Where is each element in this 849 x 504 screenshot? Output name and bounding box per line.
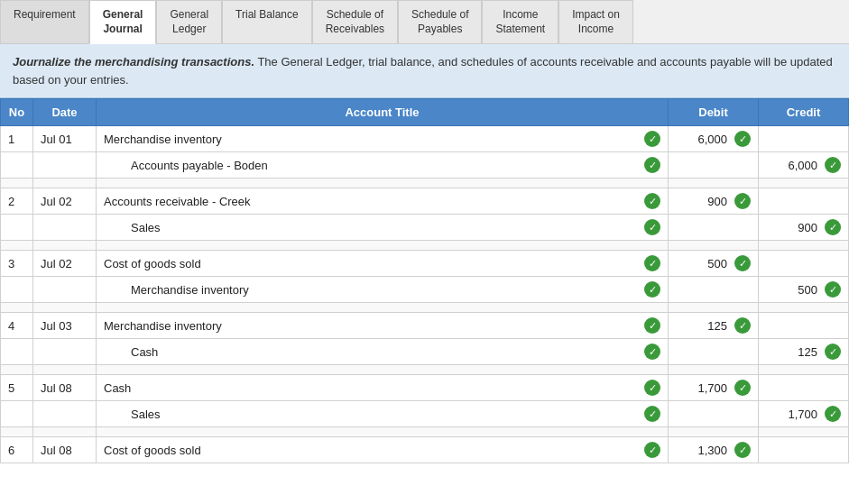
cell-debit <box>669 215 759 241</box>
credit-value: 6,000 <box>788 159 817 172</box>
cell-no <box>1 277 33 303</box>
cell-no: 2 <box>1 188 33 215</box>
check-icon[interactable]: ✓ <box>734 380 751 396</box>
check-icon[interactable]: ✓ <box>644 193 660 209</box>
account-title-text: Merchandise inventory <box>104 133 222 146</box>
cell-debit: 1,300✓ <box>669 437 759 463</box>
cell-account-title: Accounts payable - Boden✓ <box>97 152 669 179</box>
cell-debit <box>669 339 759 365</box>
cell-no: 6 <box>1 437 33 463</box>
tab-income-statement[interactable]: Income Statement <box>482 0 558 43</box>
cell-account-title: Accounts receivable - Creek✓ <box>97 188 669 215</box>
header-date: Date <box>33 99 97 126</box>
cell-date: Jul 02 <box>33 251 97 277</box>
check-icon[interactable]: ✓ <box>644 317 660 334</box>
account-title-text: Sales <box>104 221 161 234</box>
tab-general-journal[interactable]: General Journal <box>89 0 157 44</box>
tab-schedule-payables[interactable]: Schedule of Payables <box>398 0 482 43</box>
account-title-text: Cost of goods sold <box>104 444 201 457</box>
cell-date <box>33 152 97 179</box>
account-title-text: Merchandise inventory <box>104 283 249 297</box>
tab-requirement[interactable]: Requirement <box>0 0 89 43</box>
cell-no: 5 <box>1 375 33 401</box>
cell-date: Jul 08 <box>33 437 97 463</box>
table-row: 2Jul 02Accounts receivable - Creek✓900✓ <box>1 188 849 215</box>
tab-schedule-receivables[interactable]: Schedule of Receivables <box>312 0 398 43</box>
debit-value: 6,000 <box>697 133 727 146</box>
cell-date <box>33 339 97 365</box>
cell-credit: 125✓ <box>759 339 849 365</box>
header-account-title: Account Title <box>97 99 669 126</box>
tab-trial-balance[interactable]: Trial Balance <box>222 0 312 43</box>
check-icon[interactable]: ✓ <box>734 193 751 209</box>
check-icon[interactable]: ✓ <box>644 255 660 271</box>
check-icon[interactable]: ✓ <box>734 255 751 271</box>
cell-debit: 900✓ <box>669 188 759 215</box>
check-icon[interactable]: ✓ <box>644 442 660 458</box>
account-title-text: Cash <box>104 381 131 395</box>
cell-no <box>1 339 33 365</box>
check-icon[interactable]: ✓ <box>644 157 660 173</box>
debit-value: 125 <box>707 319 727 333</box>
cell-account-title: Sales✓ <box>97 215 669 241</box>
cell-no: 3 <box>1 251 33 277</box>
check-icon[interactable]: ✓ <box>644 406 660 422</box>
cell-account-title: Cost of goods sold✓ <box>97 251 669 277</box>
cell-date <box>33 215 97 241</box>
cell-account-title: Merchandise inventory✓ <box>97 126 669 152</box>
check-icon[interactable]: ✓ <box>644 131 660 147</box>
cell-account-title: Merchandise inventory✓ <box>97 313 669 339</box>
check-icon[interactable]: ✓ <box>644 380 660 396</box>
cell-debit <box>669 277 759 303</box>
tab-impact-income[interactable]: Impact on Income <box>558 0 633 43</box>
account-title-text: Merchandise inventory <box>104 319 222 333</box>
cell-account-title: Cost of goods sold✓ <box>97 437 669 463</box>
check-icon[interactable]: ✓ <box>825 157 841 173</box>
cell-date: Jul 01 <box>33 126 97 152</box>
cell-credit <box>759 375 849 401</box>
cell-debit: 500✓ <box>669 251 759 277</box>
table-row: Sales✓900✓ <box>1 215 849 241</box>
cell-no: 4 <box>1 313 33 339</box>
cell-date: Jul 02 <box>33 188 97 215</box>
credit-value: 500 <box>798 283 817 297</box>
account-title-text: Cash <box>104 345 158 359</box>
check-icon[interactable]: ✓ <box>825 281 841 298</box>
cell-date <box>33 401 97 427</box>
check-icon[interactable]: ✓ <box>644 281 660 298</box>
check-icon[interactable]: ✓ <box>734 131 751 147</box>
check-icon[interactable]: ✓ <box>734 317 751 334</box>
cell-credit: 1,700✓ <box>759 401 849 427</box>
spacer-row <box>1 179 849 188</box>
tab-general-ledger[interactable]: General Ledger <box>156 0 222 43</box>
check-icon[interactable]: ✓ <box>644 219 660 235</box>
cell-account-title: Sales✓ <box>97 401 669 427</box>
table-row: 1Jul 01Merchandise inventory✓6,000✓ <box>1 126 849 152</box>
cell-debit: 125✓ <box>669 313 759 339</box>
account-title-text: Accounts payable - Boden <box>104 159 268 172</box>
table-row: 5Jul 08Cash✓1,700✓ <box>1 375 849 401</box>
table-row: 6Jul 08Cost of goods sold✓1,300✓ <box>1 437 849 463</box>
check-icon[interactable]: ✓ <box>825 219 841 235</box>
credit-value: 1,700 <box>788 408 817 421</box>
credit-value: 900 <box>798 221 817 234</box>
check-icon[interactable]: ✓ <box>825 344 841 360</box>
check-icon[interactable]: ✓ <box>644 344 660 360</box>
spacer-row <box>1 365 849 375</box>
spacer-row <box>1 427 849 437</box>
table-header-row: No Date Account Title Debit Credit <box>1 99 849 126</box>
debit-value: 500 <box>707 257 727 270</box>
table-row: Accounts payable - Boden✓6,000✓ <box>1 152 849 179</box>
debit-value: 1,700 <box>697 381 727 395</box>
check-icon[interactable]: ✓ <box>825 406 841 422</box>
check-icon[interactable]: ✓ <box>734 442 751 458</box>
cell-credit <box>759 126 849 152</box>
cell-credit: 500✓ <box>759 277 849 303</box>
cell-credit <box>759 437 849 463</box>
cell-date <box>33 277 97 303</box>
account-title-text: Accounts receivable - Creek <box>104 195 251 208</box>
table-row: 4Jul 03Merchandise inventory✓125✓ <box>1 313 849 339</box>
info-banner: Journalize the merchandising transaction… <box>0 44 849 98</box>
account-title-text: Cost of goods sold <box>104 257 201 270</box>
table-row: 3Jul 02Cost of goods sold✓500✓ <box>1 251 849 277</box>
